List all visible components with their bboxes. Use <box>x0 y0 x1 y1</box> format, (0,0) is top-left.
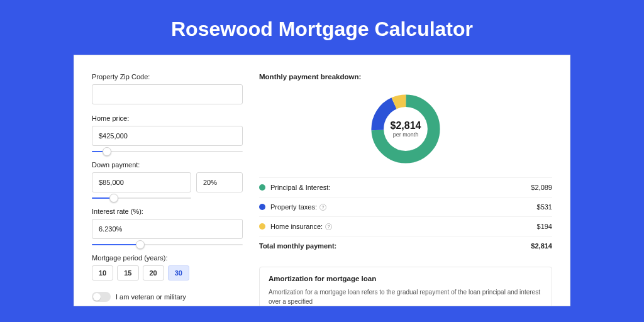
pt-label: Property taxes: <box>270 203 317 211</box>
period-label: Mortgage period (years): <box>92 254 243 262</box>
down-payment-input[interactable] <box>92 172 191 192</box>
hi-value: $194 <box>537 223 552 230</box>
amortization-text: Amortization for a mortgage loan refers … <box>269 287 543 306</box>
dot-icon <box>259 184 265 191</box>
period-button-20[interactable]: 20 <box>143 265 164 280</box>
period-buttons: 10152030 <box>92 265 243 280</box>
donut-subtext: per month <box>393 131 419 138</box>
total-label: Total monthly payment: <box>259 242 531 250</box>
down-payment-pct-input[interactable] <box>196 172 243 192</box>
home-price-slider[interactable] <box>92 151 243 152</box>
down-payment-slider[interactable] <box>92 197 191 199</box>
pt-value: $531 <box>537 203 552 211</box>
period-button-30[interactable]: 30 <box>168 265 189 280</box>
veteran-label: I am veteran or military <box>116 293 186 301</box>
interest-rate-slider[interactable] <box>92 244 243 245</box>
pi-value: $2,089 <box>531 184 552 191</box>
amortization-title: Amortization for mortgage loan <box>269 275 543 282</box>
zip-label: Property Zip Code: <box>92 73 243 80</box>
veteran-toggle[interactable] <box>92 292 111 302</box>
interest-rate-label: Interest rate (%): <box>92 208 243 215</box>
pi-label: Principal & Interest: <box>270 184 531 191</box>
info-icon[interactable]: ? <box>319 204 326 211</box>
page-title: Rosewood Mortgage Calculator <box>0 0 644 55</box>
donut-amount: $2,814 <box>391 120 421 131</box>
interest-rate-input[interactable] <box>92 219 243 239</box>
zip-input[interactable] <box>92 84 243 104</box>
dot-icon <box>259 204 265 210</box>
breakdown-title: Monthly payment breakdown: <box>259 73 552 80</box>
info-icon[interactable]: ? <box>325 223 332 230</box>
amortization-card: Amortization for mortgage loan Amortizat… <box>259 267 552 306</box>
donut-chart: $2,814 per month <box>369 92 443 166</box>
period-button-15[interactable]: 15 <box>117 265 138 280</box>
dot-icon <box>259 223 265 230</box>
home-price-label: Home price: <box>92 114 243 122</box>
breakdown-panel: Monthly payment breakdown: $2,814 per mo… <box>259 73 552 306</box>
inputs-panel: Property Zip Code: Home price: Down paym… <box>92 73 243 306</box>
hi-label: Home insurance: <box>270 223 323 230</box>
home-price-input[interactable] <box>92 126 243 146</box>
total-value: $2,814 <box>531 242 552 250</box>
down-payment-label: Down payment: <box>92 161 243 169</box>
calculator-card: Property Zip Code: Home price: Down paym… <box>74 55 570 306</box>
period-button-10[interactable]: 10 <box>92 265 113 280</box>
